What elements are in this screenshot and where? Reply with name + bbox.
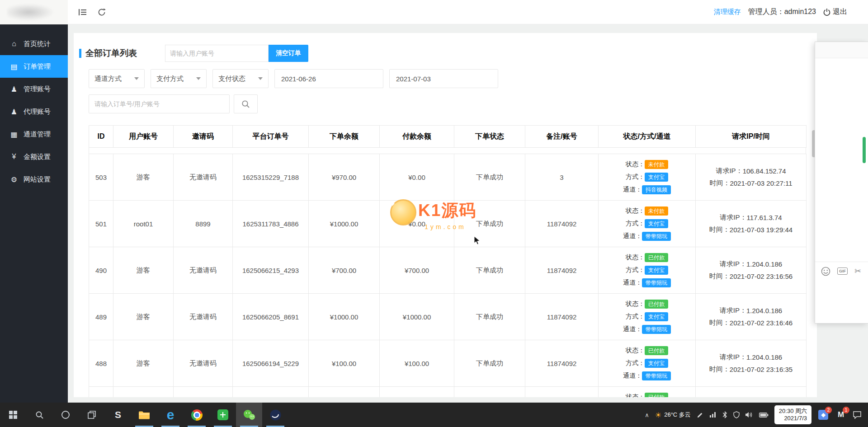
pay-status-select[interactable]: 支付状态	[212, 69, 269, 88]
cell-order-amount: ¥970.00	[309, 154, 380, 201]
chevron-down-icon	[134, 77, 139, 80]
search-button[interactable]	[234, 94, 258, 113]
taskbar-search-button[interactable]	[26, 403, 52, 427]
chat-scrollbar[interactable]	[863, 137, 866, 163]
pen-icon[interactable]	[697, 412, 703, 418]
request-ip: 1.204.0.186	[746, 353, 782, 361]
chat-window-panel: GIF ✂	[815, 42, 868, 324]
date-end-input[interactable]	[389, 69, 498, 88]
cell-ip-time: 请求IP：106.84.152.74 时间：2021-07-03 20:27:1…	[696, 154, 807, 201]
request-time: 2021-07-02 23:16:56	[730, 272, 793, 280]
taskbar-app-browser-circle[interactable]	[262, 403, 288, 427]
admin-account-icon: ♟	[10, 85, 18, 94]
sidebar-item-channels[interactable]: ▦ 通道管理	[0, 123, 68, 145]
network-icon[interactable]	[709, 412, 717, 418]
cell-user: 游客	[113, 294, 174, 340]
user-account-search-input[interactable]	[165, 45, 269, 62]
request-time: 2021-07-02 23:16:46	[730, 319, 793, 327]
request-ip: 1.204.0.186	[746, 307, 782, 314]
cell-order-status: 下单成功	[454, 154, 525, 201]
battery-icon[interactable]	[759, 413, 769, 418]
cell-invite-code: 无邀请码	[174, 340, 233, 387]
table-row: 503 游客 无邀请码 1625315229_7188 ¥970.00 ¥0.0…	[89, 154, 807, 201]
request-time: 2021-07-02 23:16:35	[730, 366, 793, 373]
cell-id: 488	[89, 340, 113, 387]
logout-button[interactable]: 退出	[823, 7, 847, 17]
sidebar-item-site-settings[interactable]: ⚙ 网站设置	[0, 168, 68, 191]
cell-status-method-channel: 状态：已付款 方式： 通道：	[599, 387, 696, 398]
col-status-method-channel: 状态/方式/通道	[599, 126, 696, 148]
col-invite: 邀请码	[174, 126, 233, 148]
pay-method-badge: 支付宝	[645, 266, 668, 275]
notification-app-icon[interactable]: ◆ 2	[817, 409, 829, 421]
clear-orders-button[interactable]: 清空订单	[269, 45, 308, 62]
folder-icon	[138, 410, 150, 419]
cell-order-no: 1625066215_4293	[233, 247, 309, 294]
logo-image	[7, 4, 54, 21]
order-search-input[interactable]	[89, 94, 230, 113]
cell-invite-code: 无邀请码	[174, 154, 233, 201]
sidebar-item-home[interactable]: ⌂ 首页统计	[0, 33, 68, 55]
ime-indicator[interactable]: M 1	[835, 409, 847, 421]
cell-ip-time: 请求IP：1.204.0.186 时间：2021-07-02 23:16:56	[696, 247, 807, 294]
pay-method-select[interactable]: 支付方式	[151, 69, 207, 88]
bluetooth-icon[interactable]	[722, 411, 727, 418]
col-order-no: 平台订单号	[233, 126, 309, 148]
taskbar-app-sogou[interactable]: S	[105, 403, 131, 427]
task-view-button[interactable]	[79, 403, 105, 427]
cell-user	[113, 387, 174, 398]
taskbar-clock[interactable]: 20:30 周六 2021/7/3	[774, 405, 811, 424]
sidebar-item-orders[interactable]: ▤ 订单管理	[0, 55, 68, 78]
sidebar-menu: ⌂ 首页统计 ▤ 订单管理 ♟ 管理账号 ♟ 代理账号 ▦ 通道管理 ¥ 金额设…	[0, 24, 68, 191]
refresh-icon[interactable]	[98, 8, 106, 16]
chat-window-titlebar	[815, 42, 868, 58]
taskbar-app-wechat[interactable]	[236, 403, 262, 427]
cell-user: 游客	[113, 247, 174, 294]
chevron-down-icon	[258, 77, 263, 80]
logout-label: 退出	[833, 7, 847, 17]
pay-method-badge: 支付宝	[645, 173, 668, 182]
date-start-input[interactable]	[274, 69, 383, 88]
cell-status-method-channel: 状态：未付款 方式：支付宝 通道：带带陪玩	[599, 201, 696, 247]
action-center-icon[interactable]	[853, 411, 862, 419]
request-time: 2021-07-03 20:27:11	[730, 179, 792, 187]
volume-icon[interactable]	[745, 412, 753, 418]
screenshot-scissors-icon[interactable]: ✂	[854, 266, 861, 276]
cell-status-method-channel: 状态：已付款 方式：支付宝 通道：带带陪玩	[599, 294, 696, 340]
notification-count-badge: 2	[825, 407, 832, 413]
channel-method-select[interactable]: 通道方式	[89, 69, 145, 88]
table-row: 490 游客 无邀请码 1625066215_4293 ¥700.00 ¥700…	[89, 247, 807, 294]
channels-icon: ▦	[10, 130, 18, 139]
status-badge: 已付款	[645, 253, 668, 262]
edge-icon: e	[167, 408, 175, 422]
cortana-button[interactable]	[52, 403, 79, 427]
sidebar-item-admin-account[interactable]: ♟ 管理账号	[0, 78, 68, 100]
cortana-icon	[61, 410, 70, 419]
start-button[interactable]	[0, 403, 26, 427]
gif-icon[interactable]: GIF	[837, 267, 848, 275]
chevron-down-icon	[196, 77, 201, 80]
weather-widget[interactable]: ☀ 26°C 多云	[655, 411, 691, 419]
taskbar-app-chrome[interactable]	[184, 403, 210, 427]
cell-pay-amount: ¥0.00	[380, 154, 454, 201]
taskbar-app-edge[interactable]: e	[157, 403, 184, 427]
hidden-icons-chevron[interactable]: ∧	[645, 412, 649, 418]
taskbar-app-explorer[interactable]	[131, 403, 157, 427]
cell-order-no	[233, 387, 309, 398]
emoji-icon[interactable]	[821, 267, 830, 276]
cell-invite-code: 无邀请码	[174, 247, 233, 294]
sidebar-item-amount-settings[interactable]: ¥ 金额设置	[0, 145, 68, 168]
collapse-menu-icon[interactable]	[79, 9, 87, 16]
topbar-right: 清理缓存 管理人员：admin123 退出	[714, 7, 868, 17]
orders-table-body-table: 503 游客 无邀请码 1625315229_7188 ¥970.00 ¥0.0…	[89, 154, 807, 397]
shield-icon[interactable]	[733, 411, 740, 418]
col-remark: 备注/账号	[525, 126, 599, 148]
clear-cache-link[interactable]: 清理缓存	[714, 8, 741, 16]
clock-time: 20:30 周六	[779, 408, 807, 415]
sidebar-item-agent-account[interactable]: ♟ 代理账号	[0, 100, 68, 123]
channel-badge: 带带陪玩	[642, 232, 671, 241]
order-search-row	[89, 94, 817, 113]
cell-order-amount: ¥700.00	[309, 247, 380, 294]
taskbar-app-green[interactable]	[210, 403, 236, 427]
table-row: 489 游客 无邀请码 1625066205_8691 ¥1000.00 ¥10…	[89, 294, 807, 340]
